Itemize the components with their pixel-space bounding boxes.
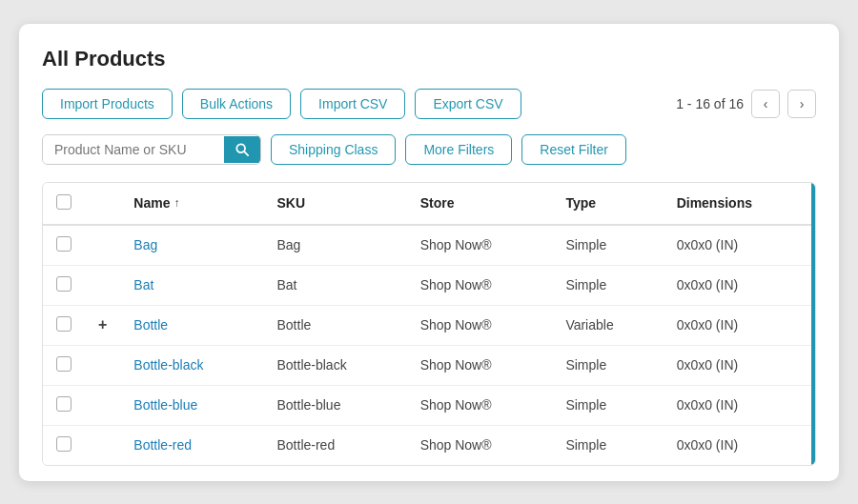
row-expand-cell bbox=[85, 265, 120, 305]
header-name: Name ↑ bbox=[120, 183, 263, 225]
filters-bar: Shipping Class More Filters Reset Filter bbox=[42, 134, 816, 165]
row-name-cell: Bottle-black bbox=[120, 345, 263, 385]
row-name-cell: Bag bbox=[120, 225, 263, 266]
table-row: Bottle-black Bottle-black Shop Now® Simp… bbox=[43, 345, 815, 385]
row-checkbox-cell bbox=[43, 305, 85, 345]
export-csv-button[interactable]: Export CSV bbox=[415, 89, 521, 119]
table-row: Bag Bag Shop Now® Simple 0x0x0 (IN) bbox=[43, 225, 815, 266]
row-expand-cell bbox=[85, 225, 120, 266]
row-sku-cell: Bag bbox=[263, 225, 406, 266]
row-type-cell: Simple bbox=[552, 225, 663, 266]
header-dimensions: Dimensions bbox=[664, 183, 815, 225]
row-sku-cell: Bottle-black bbox=[263, 345, 406, 385]
row-type-cell: Simple bbox=[552, 385, 663, 425]
expand-plus-icon[interactable]: + bbox=[98, 316, 107, 333]
row-name-cell: Bottle-blue bbox=[120, 385, 263, 425]
search-button[interactable] bbox=[224, 136, 260, 163]
header-checkbox-col bbox=[43, 183, 85, 225]
bulk-actions-button[interactable]: Bulk Actions bbox=[182, 89, 291, 119]
row-dimensions-cell: 0x0x0 (IN) bbox=[664, 305, 815, 345]
reset-filter-button[interactable]: Reset Filter bbox=[521, 134, 626, 165]
row-dimensions-cell: 0x0x0 (IN) bbox=[664, 265, 815, 305]
search-input[interactable] bbox=[43, 135, 224, 164]
page-title: All Products bbox=[42, 47, 816, 71]
row-sku-cell: Bat bbox=[263, 265, 406, 305]
row-store-cell: Shop Now® bbox=[407, 305, 553, 345]
row-store-cell: Shop Now® bbox=[407, 425, 553, 465]
pagination-text: 1 - 16 of 16 bbox=[676, 96, 744, 111]
row-type-cell: Simple bbox=[552, 265, 663, 305]
row-expand-cell: + bbox=[85, 305, 120, 345]
table-header-row: Name ↑ SKU Store Type Dimensions bbox=[43, 183, 815, 225]
row-checkbox-cell bbox=[43, 345, 85, 385]
pagination-info: 1 - 16 of 16 ‹ › bbox=[676, 90, 816, 118]
row-store-cell: Shop Now® bbox=[407, 385, 553, 425]
row-sku-cell: Bottle bbox=[263, 305, 406, 345]
select-all-checkbox[interactable] bbox=[56, 194, 72, 210]
header-expand-col bbox=[85, 183, 120, 225]
row-dimensions-cell: 0x0x0 (IN) bbox=[664, 385, 815, 425]
row-dimensions-cell: 0x0x0 (IN) bbox=[664, 225, 815, 266]
header-store: Store bbox=[407, 183, 553, 225]
products-table: Name ↑ SKU Store Type Dimensions Bag B bbox=[43, 183, 815, 465]
row-type-cell: Simple bbox=[552, 345, 663, 385]
next-page-button[interactable]: › bbox=[787, 90, 816, 118]
row-checkbox-2[interactable] bbox=[56, 316, 72, 332]
row-checkbox-cell bbox=[43, 225, 85, 266]
search-icon bbox=[235, 143, 249, 156]
row-checkbox-0[interactable] bbox=[56, 236, 72, 252]
shipping-class-button[interactable]: Shipping Class bbox=[271, 134, 396, 165]
product-name-link[interactable]: Bottle-blue bbox=[133, 397, 197, 413]
row-name-cell: Bottle-red bbox=[120, 425, 263, 465]
row-name-cell: Bat bbox=[120, 265, 263, 305]
row-expand-cell bbox=[85, 385, 120, 425]
product-name-link[interactable]: Bottle-red bbox=[133, 437, 192, 453]
all-products-card: All Products Import Products Bulk Action… bbox=[19, 24, 839, 481]
row-sku-cell: Bottle-blue bbox=[263, 385, 406, 425]
product-name-link[interactable]: Bag bbox=[133, 237, 157, 252]
table-row: Bottle-blue Bottle-blue Shop Now® Simple… bbox=[43, 385, 815, 425]
sort-arrow-icon: ↑ bbox=[174, 196, 179, 210]
header-sku: SKU bbox=[263, 183, 406, 225]
row-dimensions-cell: 0x0x0 (IN) bbox=[664, 425, 815, 465]
product-name-link[interactable]: Bottle bbox=[133, 317, 168, 333]
row-expand-cell bbox=[85, 345, 120, 385]
row-sku-cell: Bottle-red bbox=[263, 425, 406, 465]
products-table-wrapper: Name ↑ SKU Store Type Dimensions Bag B bbox=[42, 182, 816, 466]
prev-page-button[interactable]: ‹ bbox=[751, 90, 780, 118]
row-name-cell: Bottle bbox=[120, 305, 263, 345]
product-name-link[interactable]: Bat bbox=[133, 277, 153, 292]
row-checkbox-cell bbox=[43, 265, 85, 305]
toolbar: Import Products Bulk Actions Import CSV … bbox=[42, 89, 816, 119]
row-checkbox-5[interactable] bbox=[56, 436, 72, 452]
right-border-accent bbox=[811, 183, 815, 465]
row-type-cell: Simple bbox=[552, 425, 663, 465]
row-checkbox-1[interactable] bbox=[56, 276, 72, 292]
row-checkbox-cell bbox=[43, 425, 85, 465]
product-name-link[interactable]: Bottle-black bbox=[133, 357, 203, 373]
import-products-button[interactable]: Import Products bbox=[42, 89, 173, 119]
row-dimensions-cell: 0x0x0 (IN) bbox=[664, 345, 815, 385]
svg-line-1 bbox=[244, 151, 248, 155]
search-wrap bbox=[42, 134, 261, 165]
import-csv-button[interactable]: Import CSV bbox=[300, 89, 405, 119]
table-row: + Bottle Bottle Shop Now® Variable 0x0x0… bbox=[43, 305, 815, 345]
more-filters-button[interactable]: More Filters bbox=[405, 134, 512, 165]
row-checkbox-4[interactable] bbox=[56, 396, 72, 412]
row-checkbox-3[interactable] bbox=[56, 356, 72, 372]
row-type-cell: Variable bbox=[552, 305, 663, 345]
row-store-cell: Shop Now® bbox=[407, 345, 553, 385]
header-type: Type bbox=[552, 183, 663, 225]
row-store-cell: Shop Now® bbox=[407, 265, 553, 305]
row-expand-cell bbox=[85, 425, 120, 465]
row-checkbox-cell bbox=[43, 385, 85, 425]
table-row: Bottle-red Bottle-red Shop Now® Simple 0… bbox=[43, 425, 815, 465]
table-row: Bat Bat Shop Now® Simple 0x0x0 (IN) bbox=[43, 265, 815, 305]
row-store-cell: Shop Now® bbox=[407, 225, 553, 266]
